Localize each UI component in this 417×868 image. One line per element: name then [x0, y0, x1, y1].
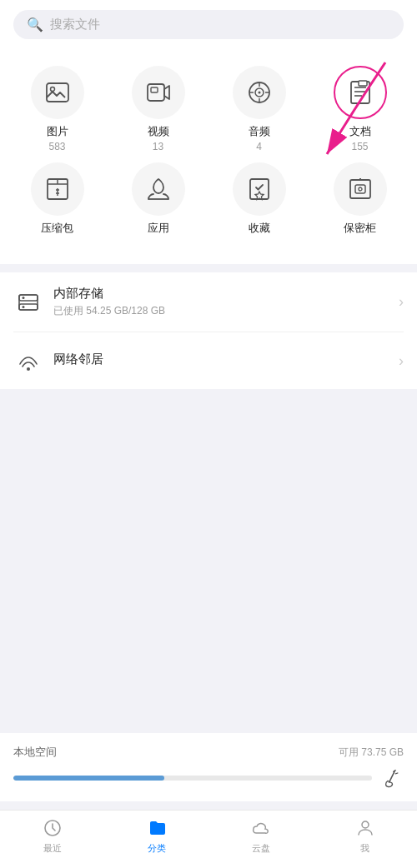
- category-item-video[interactable]: 视频 13: [117, 66, 200, 152]
- video-icon: [145, 79, 172, 106]
- video-count: 13: [153, 141, 163, 152]
- svg-point-28: [23, 297, 25, 299]
- tab-category[interactable]: 分类: [132, 817, 182, 855]
- svg-rect-26: [19, 295, 38, 301]
- category-item-archive[interactable]: 压缩包: [16, 162, 99, 237]
- network-storage-title: 网络邻居: [53, 352, 399, 367]
- svg-point-1: [50, 87, 54, 92]
- tab-cloud-label: 云盘: [252, 842, 270, 855]
- tab-me[interactable]: 我: [340, 817, 390, 855]
- apps-icon: [145, 176, 172, 202]
- svg-rect-11: [359, 81, 367, 86]
- tab-recent-label: 最近: [43, 842, 62, 855]
- category-section: 图片 583 视频 13: [0, 52, 417, 264]
- category-row-2: 压缩包 应用: [7, 162, 410, 237]
- space-bar-fill: [13, 776, 164, 781]
- network-storage-item[interactable]: 网络邻居 ›: [13, 332, 404, 389]
- favorites-icon-wrap: [233, 162, 286, 216]
- bottom-tab-bar: 最近 分类 云盘 我: [0, 810, 417, 868]
- svg-point-29: [23, 306, 25, 308]
- docs-icon: [347, 79, 374, 106]
- svg-rect-27: [19, 304, 38, 310]
- category-item-images[interactable]: 图片 583: [16, 66, 99, 152]
- internal-storage-subtitle: 已使用 54.25 GB/128 GB: [53, 304, 399, 318]
- search-placeholder: 搜索文件: [50, 17, 100, 32]
- broom-icon[interactable]: [380, 766, 404, 790]
- local-space-title: 本地空间: [13, 745, 57, 760]
- audio-label: 音频: [249, 124, 270, 139]
- tab-me-label: 我: [360, 842, 369, 855]
- search-icon: 🔍: [27, 17, 43, 32]
- internal-storage-chevron: ›: [399, 293, 404, 311]
- internal-storage-text: 内部存储 已使用 54.25 GB/128 GB: [53, 286, 399, 318]
- category-row-1: 图片 583 视频 13: [7, 66, 410, 152]
- tab-cloud[interactable]: 云盘: [236, 817, 286, 855]
- images-icon: [44, 79, 71, 106]
- docs-icon-wrap: [334, 66, 387, 119]
- network-storage-chevron: ›: [399, 352, 404, 370]
- vault-icon-wrap: [334, 162, 387, 216]
- archive-icon-wrap: [31, 162, 84, 216]
- favorites-label: 收藏: [249, 221, 270, 236]
- vault-icon: [347, 176, 374, 202]
- category-item-audio[interactable]: 音频 4: [218, 66, 301, 152]
- internal-storage-title: 内部存储: [53, 286, 399, 302]
- internal-storage-icon: [13, 287, 43, 317]
- svg-point-6: [258, 92, 260, 94]
- category-item-apps[interactable]: 应用: [117, 162, 200, 237]
- svg-rect-25: [19, 295, 38, 310]
- local-space-available: 可用 73.75 GB: [339, 746, 404, 760]
- docs-label: 文档: [349, 124, 371, 139]
- archive-icon: [44, 176, 71, 202]
- images-count: 583: [48, 141, 65, 152]
- search-bar: 🔍 搜索文件: [0, 0, 417, 52]
- search-input-wrap[interactable]: 🔍 搜索文件: [13, 10, 404, 39]
- video-label: 视频: [148, 124, 169, 139]
- svg-rect-3: [151, 87, 158, 92]
- local-space: 本地空间 可用 73.75 GB: [0, 733, 417, 801]
- category-tab-icon: [146, 817, 168, 839]
- images-icon-wrap: [31, 66, 84, 119]
- tab-category-label: 分类: [148, 842, 166, 855]
- audio-count: 4: [256, 141, 262, 152]
- images-label: 图片: [47, 124, 68, 139]
- apps-label: 应用: [148, 221, 169, 236]
- video-icon-wrap: [132, 66, 185, 119]
- category-item-docs[interactable]: 文档 155: [319, 66, 402, 152]
- tab-recent[interactable]: 最近: [28, 817, 78, 855]
- space-bar: [13, 776, 372, 781]
- svg-rect-20: [350, 180, 370, 198]
- audio-icon: [246, 79, 273, 106]
- space-bar-wrap: [13, 766, 404, 790]
- internal-storage-item[interactable]: 内部存储 已使用 54.25 GB/128 GB ›: [13, 272, 404, 332]
- svg-point-32: [362, 821, 369, 828]
- audio-icon-wrap: [233, 66, 286, 119]
- docs-count: 155: [351, 141, 368, 152]
- category-item-favorites[interactable]: 收藏: [218, 162, 301, 237]
- favorites-icon: [246, 176, 273, 202]
- svg-rect-0: [47, 83, 68, 102]
- svg-rect-21: [355, 185, 365, 193]
- me-tab-icon: [354, 817, 376, 839]
- apps-icon-wrap: [132, 162, 185, 216]
- svg-point-22: [359, 187, 362, 191]
- network-icon: [13, 346, 43, 376]
- cloud-tab-icon: [250, 817, 272, 839]
- local-space-header: 本地空间 可用 73.75 GB: [13, 745, 404, 760]
- category-item-vault[interactable]: 保密柜: [319, 162, 402, 237]
- svg-point-30: [27, 367, 30, 371]
- storage-section: 内部存储 已使用 54.25 GB/128 GB › 网络邻居 ›: [0, 272, 417, 389]
- vault-label: 保密柜: [344, 221, 376, 236]
- recent-icon: [42, 817, 63, 839]
- archive-label: 压缩包: [41, 221, 73, 236]
- network-storage-text: 网络邻居: [53, 352, 399, 370]
